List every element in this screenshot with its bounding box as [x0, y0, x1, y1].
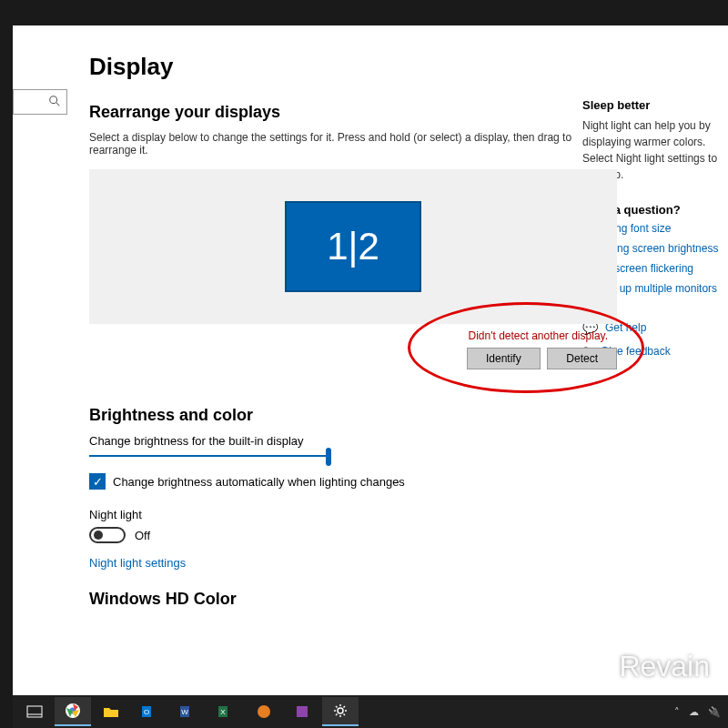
page-title: Display — [89, 53, 582, 81]
svg-text:X: X — [220, 708, 226, 716]
detect-error-message: Didn't detect another display. — [89, 329, 608, 342]
svg-text:W: W — [181, 708, 188, 716]
night-light-label: Night light — [89, 508, 582, 521]
tray-cloud-icon[interactable]: ☁ — [689, 706, 699, 718]
system-tray[interactable]: ˄ ☁ 🔌 — [674, 706, 721, 718]
monitor-label: 1|2 — [327, 225, 379, 268]
tray-chevron-icon[interactable]: ˄ — [674, 706, 680, 718]
taskbar-chrome[interactable] — [55, 697, 91, 726]
display-arrange-area[interactable]: 1|2 — [89, 169, 617, 324]
night-light-settings-link[interactable]: Night light settings — [89, 556, 582, 570]
task-view-button[interactable] — [16, 697, 53, 726]
gear-icon — [333, 703, 348, 718]
search-icon — [48, 95, 61, 107]
hd-color-heading: Windows HD Color — [89, 590, 582, 609]
svg-line-1 — [56, 103, 60, 106]
taskbar-settings[interactable] — [322, 697, 359, 726]
detect-button[interactable]: Detect — [547, 348, 617, 369]
night-light-state: Off — [135, 529, 150, 542]
night-light-toggle[interactable] — [89, 527, 126, 543]
rearrange-heading: Rearrange your displays — [89, 103, 582, 122]
search-input[interactable] — [13, 89, 67, 115]
taskbar-app-1[interactable] — [246, 697, 282, 726]
taskbar[interactable]: O W X ˄ ☁ 🔌 — [13, 695, 728, 728]
auto-brightness-label: Change brightness automatically when lig… — [113, 475, 405, 489]
tray-power-icon[interactable]: 🔌 — [708, 706, 721, 718]
svg-rect-5 — [27, 706, 42, 717]
auto-brightness-checkbox[interactable]: ✓ — [89, 473, 106, 490]
sleep-better-heading: Sleep better — [582, 98, 728, 112]
taskbar-app-2[interactable] — [284, 697, 320, 726]
svg-point-15 — [258, 705, 270, 718]
monitor-tile[interactable]: 1|2 — [285, 201, 421, 292]
brightness-heading: Brightness and color — [89, 406, 582, 425]
brightness-label: Change brightness for the built-in displ… — [89, 434, 582, 448]
taskbar-excel[interactable]: X — [207, 697, 244, 726]
identify-button[interactable]: Identify — [467, 348, 541, 369]
svg-point-0 — [50, 96, 57, 104]
taskbar-word[interactable]: W — [169, 697, 206, 726]
svg-text:O: O — [144, 708, 149, 716]
brightness-slider[interactable] — [89, 455, 326, 457]
taskbar-explorer[interactable] — [93, 697, 129, 726]
svg-point-17 — [338, 708, 343, 713]
svg-rect-16 — [297, 706, 308, 717]
taskbar-outlook[interactable]: O — [131, 697, 167, 726]
rearrange-description: Select a display below to change the set… — [89, 131, 582, 157]
slider-thumb[interactable] — [326, 448, 331, 466]
